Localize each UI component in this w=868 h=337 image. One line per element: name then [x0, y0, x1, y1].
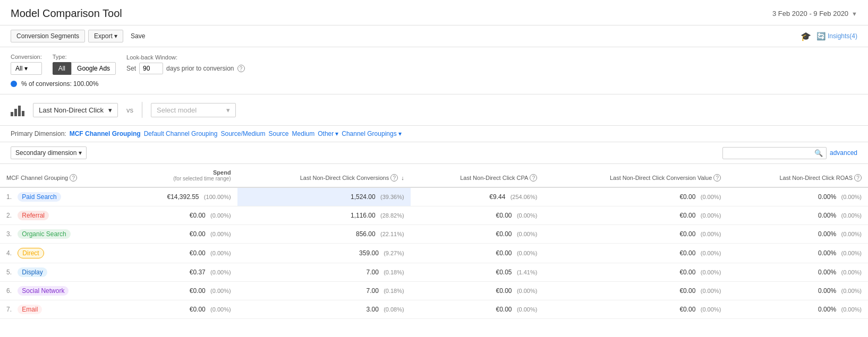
search-box: 🔍 [722, 147, 827, 159]
col-spend-header: Spend (for selected time range) [124, 164, 237, 187]
table-container: MCF Channel Grouping ? Spend (for select… [0, 164, 868, 319]
row-num-6: 7. [6, 306, 12, 313]
channel-groupings-dropdown[interactable]: Channel Groupings ▾ [342, 130, 401, 137]
channel-tag-5[interactable]: Social Network [18, 286, 69, 296]
model1-select[interactable]: Last Non-Direct Click ▾ [33, 103, 118, 117]
row-num-3: 4. [6, 249, 12, 257]
cell-roas-4: 0.00% (0.00%) [727, 263, 868, 282]
model-bar-4 [22, 111, 24, 116]
cell-spend-4: €0.37 (0.00%) [124, 263, 237, 282]
lookback-input[interactable] [139, 63, 163, 74]
model2-dropdown-icon: ▾ [226, 106, 230, 114]
col-conversions-header: Last Non-Direct Click Conversions ? ↓ [237, 164, 411, 187]
cell-conv-value-3: €0.00 (0.00%) [543, 244, 727, 263]
cell-conv-value-1: €0.00 (0.00%) [543, 206, 727, 225]
model1-dropdown-icon: ▾ [108, 106, 112, 114]
channel-tag-3[interactable]: Direct [18, 248, 44, 258]
cell-conversions-5: 7.00 (0.18%) [237, 282, 411, 300]
table-row: 5. Display €0.37 (0.00%) 7.00 (0.18%) €0… [0, 263, 868, 282]
cell-conv-value-0: €0.00 (0.00%) [543, 187, 727, 206]
conversion-label: Conversion: [11, 54, 42, 60]
channel-tag-0[interactable]: Paid Search [18, 192, 61, 202]
header: Model Comparison Tool 3 Feb 2020 - 9 Feb… [0, 0, 868, 25]
controls-row1: Conversion: All ▾ Type: All Google Ads L… [11, 54, 857, 75]
cell-cpa-2: €0.00 (0.00%) [411, 225, 544, 244]
cell-channel-0: 1. Paid Search [0, 187, 124, 206]
cell-spend-6: €0.00 (0.00%) [124, 300, 237, 319]
search-input[interactable] [726, 149, 811, 157]
cell-channel-6: 7. Email [0, 300, 124, 319]
other-dropdown[interactable]: Other ▾ [318, 130, 338, 137]
conversion-dropdown-icon: ▾ [24, 65, 28, 72]
dim-medium[interactable]: Medium [292, 130, 315, 137]
model2-select[interactable]: Select model ▾ [151, 103, 236, 117]
dim-default-channel-grouping[interactable]: Default Channel Grouping [144, 130, 218, 137]
primary-dimension-label: Primary Dimension: [11, 130, 66, 137]
divider [142, 102, 142, 118]
cell-conv-value-4: €0.00 (0.00%) [543, 263, 727, 282]
cell-spend-3: €0.00 (0.00%) [124, 244, 237, 263]
type-all-button[interactable]: All [53, 62, 71, 75]
cell-spend-2: €0.00 (0.00%) [124, 225, 237, 244]
cell-roas-5: 0.00% (0.00%) [727, 282, 868, 300]
other-dropdown-icon: ▾ [335, 130, 338, 137]
table-row: 4. Direct €0.00 (0.00%) 359.00 (9.27%) €… [0, 244, 868, 263]
cell-roas-0: 0.00% (0.00%) [727, 187, 868, 206]
type-google-ads-button[interactable]: Google Ads [71, 62, 116, 75]
toolbar: Conversion Segments Export ▾ Save 🎓 🔄 In… [0, 25, 868, 47]
dim-source-medium[interactable]: Source/Medium [220, 130, 265, 137]
col3-help-icon[interactable]: ? [390, 174, 398, 182]
secondary-row: Secondary dimension ▾ 🔍 advanced [0, 142, 868, 164]
advanced-link[interactable]: advanced [830, 149, 857, 157]
channel-tag-6[interactable]: Email [18, 305, 42, 314]
table-row: 6. Social Network €0.00 (0.00%) 7.00 (0.… [0, 282, 868, 300]
lookback-help-icon[interactable]: ? [237, 65, 245, 72]
date-range-arrow-icon: ▼ [852, 11, 857, 17]
row-num-1: 2. [6, 212, 12, 219]
table-body: 1. Paid Search €14,392.55 (100.00%) 1,52… [0, 187, 868, 319]
channel-tag-2[interactable]: Organic Search [18, 229, 70, 239]
cell-roas-6: 0.00% (0.00%) [727, 300, 868, 319]
col-conv-value-header: Last Non-Direct Click Conversion Value ? [543, 164, 727, 187]
secondary-dropdown-icon: ▾ [79, 149, 82, 157]
vs-label: vs [126, 106, 133, 114]
cell-channel-3: 4. Direct [0, 244, 124, 263]
cell-conversions-3: 359.00 (9.27%) [237, 244, 411, 263]
insights-button[interactable]: 🔄 Insights(4) [816, 32, 857, 40]
search-icon[interactable]: 🔍 [814, 149, 823, 157]
col1-help-icon[interactable]: ? [70, 174, 77, 182]
col3-sort-icon[interactable]: ↓ [401, 175, 404, 181]
col5-help-icon[interactable]: ? [713, 174, 721, 182]
col-roas-header: Last Non-Direct Click ROAS ? [727, 164, 868, 187]
cell-channel-4: 5. Display [0, 263, 124, 282]
lookback-control: Look-back Window: Set days prior to conv… [126, 54, 244, 74]
col4-help-icon[interactable]: ? [530, 174, 537, 182]
export-button[interactable]: Export ▾ [88, 30, 123, 42]
col-cpa-header: Last Non-Direct Click CPA ? [411, 164, 544, 187]
row-num-5: 6. [6, 287, 12, 295]
conversion-segments-button[interactable]: Conversion Segments [11, 30, 85, 42]
channel-groupings-dropdown-icon: ▾ [398, 130, 402, 137]
model-icon [11, 103, 24, 116]
cell-roas-1: 0.00% (0.00%) [727, 206, 868, 225]
date-range[interactable]: 3 Feb 2020 - 9 Feb 2020 ▼ [772, 10, 857, 18]
blue-dot-icon [11, 81, 17, 87]
type-buttons: All Google Ads [53, 62, 116, 75]
col-channel-header: MCF Channel Grouping ? [0, 164, 124, 187]
table-row: 2. Referral €0.00 (0.00%) 1,116.00 (28.8… [0, 206, 868, 225]
channel-tag-4[interactable]: Display [18, 267, 47, 277]
col6-help-icon[interactable]: ? [854, 174, 862, 182]
cell-conversions-2: 856.00 (22.11%) [237, 225, 411, 244]
conversion-control: Conversion: All ▾ [11, 54, 42, 75]
row-num-0: 1. [6, 193, 12, 201]
data-table: MCF Channel Grouping ? Spend (for select… [0, 164, 868, 319]
channel-tag-1[interactable]: Referral [18, 211, 49, 220]
lookback-row: Set days prior to conversion ? [126, 63, 244, 74]
conversion-select[interactable]: All ▾ [11, 62, 42, 75]
dim-mcf-channel-grouping[interactable]: MCF Channel Grouping [70, 130, 141, 137]
save-button[interactable]: Save [126, 30, 149, 42]
cell-conv-value-6: €0.00 (0.00%) [543, 300, 727, 319]
secondary-dimension-select[interactable]: Secondary dimension ▾ [11, 146, 87, 159]
dim-source[interactable]: Source [269, 130, 289, 137]
cell-cpa-3: €0.00 (0.00%) [411, 244, 544, 263]
